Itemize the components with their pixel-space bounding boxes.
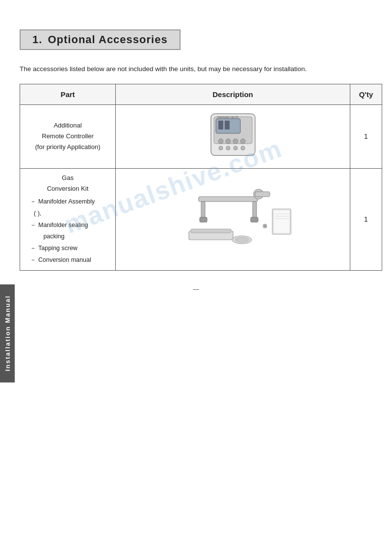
table-row: Gas Conversion Kit －Manifolder Assembly …: [20, 168, 382, 270]
svg-rect-15: [199, 197, 258, 202]
svg-point-6: [218, 139, 223, 144]
svg-rect-14: [254, 116, 255, 154]
svg-rect-18: [200, 217, 207, 222]
side-tab-label: Installation Manual: [4, 295, 11, 371]
parts-table: Part Description Q'ty Additional Remote …: [20, 84, 382, 271]
side-tab: Installation Manual: [0, 284, 15, 382]
part-image-remote: DAESIJNG CELTIC: [116, 104, 350, 168]
svg-point-35: [235, 237, 249, 242]
svg-point-11: [226, 146, 230, 150]
header-description: Description: [116, 84, 350, 104]
remote-controller-svg: DAESIJNG CELTIC: [201, 109, 265, 163]
part-image-gas-kit: [116, 168, 350, 270]
header-qty: Q'ty: [350, 84, 382, 104]
gas-kit-svg: [169, 182, 297, 255]
svg-rect-3: [218, 121, 223, 129]
svg-point-10: [219, 146, 223, 150]
svg-point-12: [234, 146, 237, 150]
page-number: —: [0, 285, 392, 303]
svg-rect-22: [255, 192, 270, 197]
qty-gas-kit: 1: [350, 168, 382, 270]
svg-rect-30: [273, 210, 290, 233]
table-row: Additional Remote Controller (for priori…: [20, 104, 382, 168]
svg-rect-17: [253, 202, 257, 219]
qty-remote: 1: [350, 104, 382, 168]
intro-paragraph: The accessories listed below are not inc…: [20, 64, 382, 75]
svg-point-8: [233, 139, 238, 144]
part-name-remote: Additional Remote Controller (for priori…: [20, 104, 116, 168]
svg-point-9: [240, 139, 245, 144]
svg-rect-19: [251, 217, 258, 222]
section-title: 1. Optional Accessories: [20, 29, 181, 50]
header-part: Part: [20, 84, 116, 104]
gas-kit-parts-list: －Manifolder Assembly ( ), －Manifolder se…: [25, 196, 110, 266]
svg-point-7: [226, 139, 231, 144]
svg-text:DAESIJNG CELTIC: DAESIJNG CELTIC: [217, 116, 239, 119]
svg-point-13: [241, 146, 245, 150]
svg-rect-16: [201, 202, 205, 219]
part-name-gas-kit: Gas Conversion Kit －Manifolder Assembly …: [20, 168, 116, 270]
main-content: 1. Optional Accessories The accessories …: [20, 0, 382, 271]
table-header-row: Part Description Q'ty: [20, 84, 382, 104]
svg-rect-4: [225, 121, 230, 129]
svg-rect-24: [191, 229, 231, 233]
